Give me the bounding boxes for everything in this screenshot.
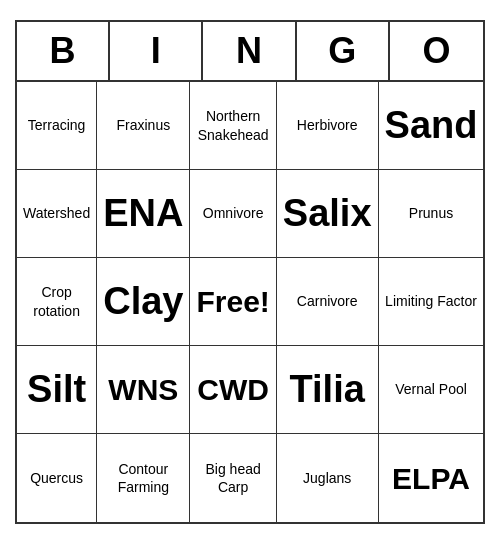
bingo-cell: Prunus [379, 170, 484, 258]
bingo-letter: G [297, 22, 390, 80]
bingo-cell: Silt [17, 346, 97, 434]
bingo-cell: Big head Carp [190, 434, 276, 522]
bingo-cell: Quercus [17, 434, 97, 522]
bingo-cell: CWD [190, 346, 276, 434]
bingo-cell: Contour Farming [97, 434, 190, 522]
bingo-cell: Carnivore [277, 258, 379, 346]
bingo-cell: Limiting Factor [379, 258, 484, 346]
bingo-cell: Sand [379, 82, 484, 170]
bingo-cell: ENA [97, 170, 190, 258]
bingo-cell: Vernal Pool [379, 346, 484, 434]
bingo-grid: TerracingFraxinusNorthern SnakeheadHerbi… [17, 82, 483, 522]
bingo-cell: Herbivore [277, 82, 379, 170]
bingo-cell: Terracing [17, 82, 97, 170]
bingo-cell: Northern Snakehead [190, 82, 276, 170]
bingo-cell: Free! [190, 258, 276, 346]
bingo-cell: Crop rotation [17, 258, 97, 346]
bingo-card: BINGO TerracingFraxinusNorthern Snakehea… [15, 20, 485, 524]
bingo-cell: WNS [97, 346, 190, 434]
bingo-cell: Salix [277, 170, 379, 258]
bingo-header: BINGO [17, 22, 483, 82]
bingo-letter: B [17, 22, 110, 80]
bingo-cell: Juglans [277, 434, 379, 522]
bingo-cell: Omnivore [190, 170, 276, 258]
bingo-cell: Tilia [277, 346, 379, 434]
bingo-cell: Watershed [17, 170, 97, 258]
bingo-cell: Fraxinus [97, 82, 190, 170]
bingo-cell: ELPA [379, 434, 484, 522]
bingo-letter: N [203, 22, 296, 80]
bingo-letter: O [390, 22, 483, 80]
bingo-cell: Clay [97, 258, 190, 346]
bingo-letter: I [110, 22, 203, 80]
